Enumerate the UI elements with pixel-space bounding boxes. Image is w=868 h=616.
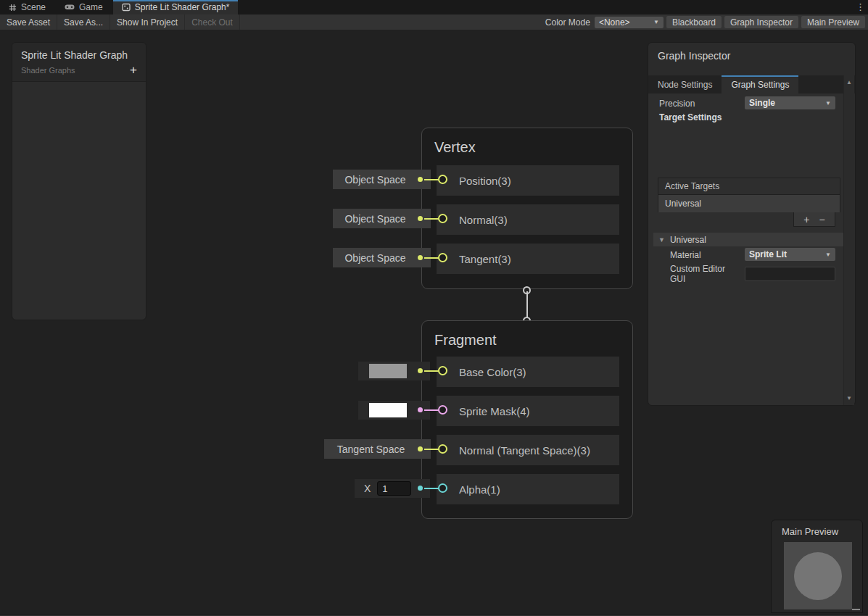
position-space-selector[interactable]: Object Space: [333, 170, 431, 189]
blackboard-subtitle: Shader Graphs: [21, 66, 75, 75]
position-input-dot: [418, 177, 423, 182]
target-list-toolbar: + −: [793, 212, 835, 227]
tab-node-settings[interactable]: Node Settings: [648, 75, 722, 93]
precision-value: Single: [749, 98, 775, 108]
blackboard-panel[interactable]: Sprite Lit Shader Graph Shader Graphs +: [12, 42, 146, 320]
tangent-port[interactable]: [438, 253, 447, 262]
base-color-slot[interactable]: Base Color(3): [437, 357, 619, 387]
vertex-tangent-slot[interactable]: Tangent(3): [437, 244, 619, 274]
alpha-value-input[interactable]: [377, 481, 411, 496]
sprite-mask-label: Sprite Mask(4): [459, 405, 530, 417]
normal-tangent-space-slot[interactable]: Normal (Tangent Space)(3): [437, 435, 619, 465]
tangent-edge: [424, 257, 439, 259]
tab-shader-graph-label: Sprite Lit Shader Graph*: [135, 2, 230, 12]
position-edge: [424, 179, 439, 180]
sprite-mask-swatch[interactable]: [369, 403, 407, 417]
base-color-edge: [424, 370, 439, 372]
blackboard-title: Sprite Lit Shader Graph: [21, 49, 137, 61]
universal-foldout[interactable]: ▼ Universal: [653, 233, 847, 246]
sprite-mask-port[interactable]: [438, 405, 447, 415]
custom-editor-gui-field[interactable]: [745, 267, 835, 281]
active-targets-header: Active Targets: [658, 178, 840, 195]
vertex-fragment-edge: [526, 291, 528, 319]
tab-scene[interactable]: Scene: [0, 0, 54, 14]
preview-sprite-circle: [794, 552, 842, 600]
normal-tangent-space-selector[interactable]: Tangent Space: [324, 439, 431, 459]
alpha-label: Alpha(1): [459, 483, 500, 496]
tangent-space-selector[interactable]: Object Space: [333, 248, 431, 267]
graph-inspector-panel[interactable]: Graph Inspector Node Settings Graph Sett…: [648, 42, 856, 406]
show-in-project-button[interactable]: Show In Project: [110, 14, 185, 30]
scene-grid-icon: [9, 4, 17, 12]
alpha-edge: [424, 488, 439, 489]
alpha-x-label: X: [364, 483, 371, 494]
alpha-slot[interactable]: Alpha(1): [437, 474, 619, 504]
vertex-position-slot[interactable]: Position(3): [437, 165, 619, 196]
sprite-mask-edge: [424, 409, 439, 411]
color-mode-label: Color Mode: [545, 17, 590, 28]
precision-label: Precision: [659, 99, 695, 109]
normal-space-selector[interactable]: Object Space: [333, 209, 431, 228]
base-color-swatch[interactable]: [369, 364, 407, 378]
check-out-button: Check Out: [185, 14, 240, 30]
alpha-port[interactable]: [438, 483, 447, 493]
chevron-down-icon: ▼: [825, 100, 831, 107]
fragment-node-title: Fragment: [422, 321, 632, 349]
normal-ts-port[interactable]: [438, 444, 447, 454]
precision-dropdown[interactable]: Single ▼: [745, 96, 835, 109]
vertex-position-label: Position(3): [459, 175, 511, 187]
position-port[interactable]: [438, 175, 447, 184]
sprite-mask-slot[interactable]: Sprite Mask(4): [437, 396, 619, 426]
inspector-scrollbar[interactable]: ▲ ▼: [843, 75, 854, 405]
scroll-up-icon[interactable]: ▲: [846, 79, 852, 86]
vertex-node-title: Vertex: [422, 128, 632, 156]
graph-settings-content: Precision Single ▼ Target Settings Activ…: [648, 93, 845, 405]
normal-port[interactable]: [438, 214, 447, 223]
add-target-button[interactable]: +: [803, 213, 809, 226]
vertex-tangent-label: Tangent(3): [459, 253, 511, 265]
normal-ts-input-dot: [418, 446, 423, 451]
target-settings-label: Target Settings: [659, 112, 722, 122]
color-mode-value: <None>: [599, 17, 630, 28]
tab-graph-settings[interactable]: Graph Settings: [722, 75, 798, 93]
add-property-button[interactable]: +: [130, 65, 137, 75]
scroll-down-icon[interactable]: ▼: [846, 395, 852, 401]
base-color-input-dot: [418, 368, 423, 373]
main-preview-toggle-button[interactable]: Main Preview: [801, 16, 865, 28]
tab-shader-graph[interactable]: Sprite Lit Shader Graph*: [113, 0, 239, 14]
main-preview-panel[interactable]: Main Preview: [771, 520, 863, 613]
window-tab-bar: Scene Game Sprite Lit Shader Graph* ⋮: [0, 0, 868, 14]
custom-editor-gui-label-line2: GUI: [670, 274, 685, 284]
normal-edge: [424, 218, 439, 220]
save-as-button[interactable]: Save As...: [57, 14, 110, 30]
material-label: Material: [670, 250, 701, 260]
tangent-input-dot: [418, 255, 423, 260]
color-mode-dropdown[interactable]: <None> ▼: [595, 17, 664, 28]
active-target-item-universal[interactable]: Universal: [658, 195, 840, 212]
fragment-node[interactable]: Fragment Base Color(3) Sprite Mask(4) No…: [421, 320, 633, 519]
preview-viewport[interactable]: [784, 542, 852, 609]
window-menu-icon[interactable]: ⋮: [856, 1, 865, 14]
save-asset-button[interactable]: Save Asset: [0, 14, 57, 30]
material-dropdown[interactable]: Sprite Lit ▼: [745, 248, 835, 261]
vertex-node[interactable]: Vertex Position(3) Normal(3) Tangent(3): [421, 128, 633, 289]
tab-game[interactable]: Game: [56, 0, 112, 14]
active-targets-list: Active Targets Universal: [658, 178, 840, 212]
custom-editor-gui-label-line1: Custom Editor: [670, 264, 725, 274]
gamepad-icon: [65, 4, 75, 11]
base-color-port[interactable]: [438, 366, 447, 375]
preview-resize-handle[interactable]: [852, 609, 860, 610]
shader-graph-icon: [122, 3, 131, 12]
base-color-label: Base Color(3): [459, 366, 526, 378]
blackboard-header: Sprite Lit Shader Graph Shader Graphs +: [12, 43, 146, 82]
normal-ts-edge: [424, 449, 439, 450]
vertex-normal-slot[interactable]: Normal(3): [437, 204, 619, 235]
graph-inspector-toggle-button[interactable]: Graph Inspector: [724, 16, 798, 28]
alpha-input-dot: [418, 486, 423, 491]
blackboard-toggle-button[interactable]: Blackboard: [666, 16, 722, 28]
main-preview-title: Main Preview: [772, 520, 862, 537]
graph-canvas[interactable]: Sprite Lit Shader Graph Shader Graphs + …: [0, 30, 868, 614]
remove-target-button[interactable]: −: [819, 213, 825, 226]
material-value: Sprite Lit: [749, 249, 787, 259]
tab-game-label: Game: [79, 2, 103, 12]
